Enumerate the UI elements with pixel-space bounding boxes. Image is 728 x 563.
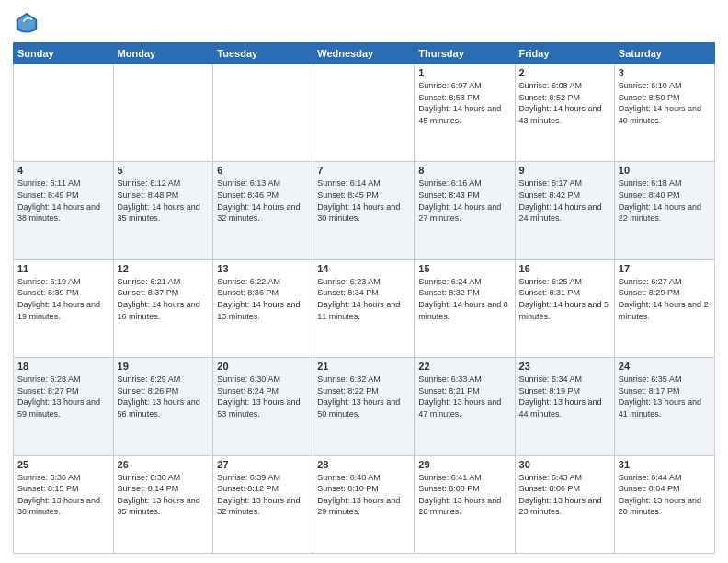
calendar-cell: 28Sunrise: 6:40 AM Sunset: 8:10 PM Dayli… [313, 455, 415, 553]
day-info: Sunrise: 6:34 AM Sunset: 8:19 PM Dayligh… [519, 373, 610, 419]
calendar-cell: 16Sunrise: 6:25 AM Sunset: 8:31 PM Dayli… [515, 259, 614, 357]
day-number: 13 [217, 263, 309, 274]
calendar: SundayMondayTuesdayWednesdayThursdayFrid… [13, 42, 715, 554]
calendar-cell [14, 64, 114, 162]
day-info: Sunrise: 6:11 AM Sunset: 8:49 PM Dayligh… [17, 178, 109, 224]
calendar-cell: 26Sunrise: 6:38 AM Sunset: 8:14 PM Dayli… [113, 455, 213, 553]
day-number: 30 [519, 459, 610, 470]
day-number: 5 [118, 165, 210, 176]
calendar-cell: 6Sunrise: 6:13 AM Sunset: 8:46 PM Daylig… [213, 162, 313, 259]
day-number: 25 [17, 459, 109, 470]
calendar-cell: 27Sunrise: 6:39 AM Sunset: 8:12 PM Dayli… [213, 455, 313, 553]
day-info: Sunrise: 6:14 AM Sunset: 8:45 PM Dayligh… [317, 178, 410, 224]
day-info: Sunrise: 6:29 AM Sunset: 8:26 PM Dayligh… [118, 373, 210, 419]
day-info: Sunrise: 6:30 AM Sunset: 8:24 PM Dayligh… [217, 373, 309, 419]
calendar-cell: 15Sunrise: 6:24 AM Sunset: 8:32 PM Dayli… [415, 259, 515, 357]
calendar-cell [213, 64, 313, 162]
day-info: Sunrise: 6:13 AM Sunset: 8:46 PM Dayligh… [217, 178, 309, 224]
logo-icon [13, 9, 40, 37]
calendar-cell: 18Sunrise: 6:28 AM Sunset: 8:27 PM Dayli… [14, 358, 114, 455]
day-header-thursday: Thursday [415, 43, 515, 64]
day-number: 7 [317, 165, 410, 176]
calendar-cell: 24Sunrise: 6:35 AM Sunset: 8:17 PM Dayli… [614, 358, 714, 455]
day-number: 21 [317, 361, 410, 372]
day-info: Sunrise: 6:28 AM Sunset: 8:27 PM Dayligh… [17, 373, 109, 419]
calendar-cell: 5Sunrise: 6:12 AM Sunset: 8:48 PM Daylig… [113, 162, 213, 259]
day-number: 29 [418, 459, 510, 470]
calendar-cell: 9Sunrise: 6:17 AM Sunset: 8:42 PM Daylig… [515, 162, 614, 259]
calendar-cell: 30Sunrise: 6:43 AM Sunset: 8:06 PM Dayli… [515, 455, 614, 553]
day-number: 12 [118, 263, 210, 274]
calendar-cell: 11Sunrise: 6:19 AM Sunset: 8:39 PM Dayli… [14, 259, 114, 357]
calendar-cell: 21Sunrise: 6:32 AM Sunset: 8:22 PM Dayli… [313, 358, 415, 455]
day-info: Sunrise: 6:24 AM Sunset: 8:32 PM Dayligh… [418, 276, 510, 322]
day-info: Sunrise: 6:25 AM Sunset: 8:31 PM Dayligh… [519, 276, 610, 322]
day-number: 22 [418, 361, 510, 372]
calendar-cell: 10Sunrise: 6:18 AM Sunset: 8:40 PM Dayli… [614, 162, 714, 259]
day-number: 10 [619, 165, 711, 176]
calendar-cell: 17Sunrise: 6:27 AM Sunset: 8:29 PM Dayli… [614, 259, 714, 357]
header [13, 9, 715, 37]
day-header-monday: Monday [113, 43, 213, 64]
calendar-cell: 29Sunrise: 6:41 AM Sunset: 8:08 PM Dayli… [415, 455, 515, 553]
week-row-2: 4Sunrise: 6:11 AM Sunset: 8:49 PM Daylig… [14, 162, 715, 259]
day-info: Sunrise: 6:21 AM Sunset: 8:37 PM Dayligh… [118, 276, 210, 322]
day-info: Sunrise: 6:16 AM Sunset: 8:43 PM Dayligh… [418, 178, 510, 224]
calendar-cell: 4Sunrise: 6:11 AM Sunset: 8:49 PM Daylig… [14, 162, 114, 259]
page: SundayMondayTuesdayWednesdayThursdayFrid… [0, 0, 728, 563]
calendar-cell: 14Sunrise: 6:23 AM Sunset: 8:34 PM Dayli… [313, 259, 415, 357]
day-number: 2 [519, 67, 610, 78]
calendar-header-row: SundayMondayTuesdayWednesdayThursdayFrid… [14, 43, 715, 64]
week-row-5: 25Sunrise: 6:36 AM Sunset: 8:15 PM Dayli… [14, 455, 715, 553]
calendar-cell: 23Sunrise: 6:34 AM Sunset: 8:19 PM Dayli… [515, 358, 614, 455]
day-info: Sunrise: 6:22 AM Sunset: 8:36 PM Dayligh… [217, 276, 309, 322]
day-number: 28 [317, 459, 410, 470]
day-info: Sunrise: 6:36 AM Sunset: 8:15 PM Dayligh… [17, 472, 109, 518]
day-info: Sunrise: 6:12 AM Sunset: 8:48 PM Dayligh… [118, 178, 210, 224]
day-info: Sunrise: 6:27 AM Sunset: 8:29 PM Dayligh… [619, 276, 711, 322]
day-header-tuesday: Tuesday [213, 43, 313, 64]
calendar-cell [313, 64, 415, 162]
day-header-wednesday: Wednesday [313, 43, 415, 64]
day-number: 1 [418, 67, 510, 78]
day-number: 11 [17, 263, 109, 274]
day-info: Sunrise: 6:10 AM Sunset: 8:50 PM Dayligh… [619, 80, 711, 126]
day-number: 6 [217, 165, 309, 176]
day-info: Sunrise: 6:40 AM Sunset: 8:10 PM Dayligh… [317, 472, 410, 518]
calendar-cell: 13Sunrise: 6:22 AM Sunset: 8:36 PM Dayli… [213, 259, 313, 357]
day-number: 17 [619, 263, 711, 274]
calendar-cell: 2Sunrise: 6:08 AM Sunset: 8:52 PM Daylig… [515, 64, 614, 162]
logo [13, 9, 44, 37]
day-number: 31 [619, 459, 711, 470]
day-info: Sunrise: 6:18 AM Sunset: 8:40 PM Dayligh… [619, 178, 711, 224]
calendar-cell: 8Sunrise: 6:16 AM Sunset: 8:43 PM Daylig… [415, 162, 515, 259]
day-number: 20 [217, 361, 309, 372]
week-row-3: 11Sunrise: 6:19 AM Sunset: 8:39 PM Dayli… [14, 259, 715, 357]
day-number: 15 [418, 263, 510, 274]
day-info: Sunrise: 6:17 AM Sunset: 8:42 PM Dayligh… [519, 178, 610, 224]
calendar-cell: 31Sunrise: 6:44 AM Sunset: 8:04 PM Dayli… [614, 455, 714, 553]
calendar-cell: 7Sunrise: 6:14 AM Sunset: 8:45 PM Daylig… [313, 162, 415, 259]
day-info: Sunrise: 6:44 AM Sunset: 8:04 PM Dayligh… [619, 472, 711, 518]
day-info: Sunrise: 6:08 AM Sunset: 8:52 PM Dayligh… [519, 80, 610, 126]
day-number: 19 [118, 361, 210, 372]
day-info: Sunrise: 6:43 AM Sunset: 8:06 PM Dayligh… [519, 472, 610, 518]
day-info: Sunrise: 6:23 AM Sunset: 8:34 PM Dayligh… [317, 276, 410, 322]
calendar-cell: 20Sunrise: 6:30 AM Sunset: 8:24 PM Dayli… [213, 358, 313, 455]
day-number: 26 [118, 459, 210, 470]
day-number: 3 [619, 67, 711, 78]
calendar-cell: 22Sunrise: 6:33 AM Sunset: 8:21 PM Dayli… [415, 358, 515, 455]
day-number: 8 [418, 165, 510, 176]
day-info: Sunrise: 6:33 AM Sunset: 8:21 PM Dayligh… [418, 373, 510, 419]
day-info: Sunrise: 6:41 AM Sunset: 8:08 PM Dayligh… [418, 472, 510, 518]
day-info: Sunrise: 6:32 AM Sunset: 8:22 PM Dayligh… [317, 373, 410, 419]
day-number: 18 [17, 361, 109, 372]
day-header-saturday: Saturday [614, 43, 714, 64]
day-number: 24 [619, 361, 711, 372]
calendar-cell: 25Sunrise: 6:36 AM Sunset: 8:15 PM Dayli… [14, 455, 114, 553]
day-info: Sunrise: 6:19 AM Sunset: 8:39 PM Dayligh… [17, 276, 109, 322]
day-info: Sunrise: 6:39 AM Sunset: 8:12 PM Dayligh… [217, 472, 309, 518]
day-info: Sunrise: 6:35 AM Sunset: 8:17 PM Dayligh… [619, 373, 711, 419]
day-number: 27 [217, 459, 309, 470]
day-number: 9 [519, 165, 610, 176]
